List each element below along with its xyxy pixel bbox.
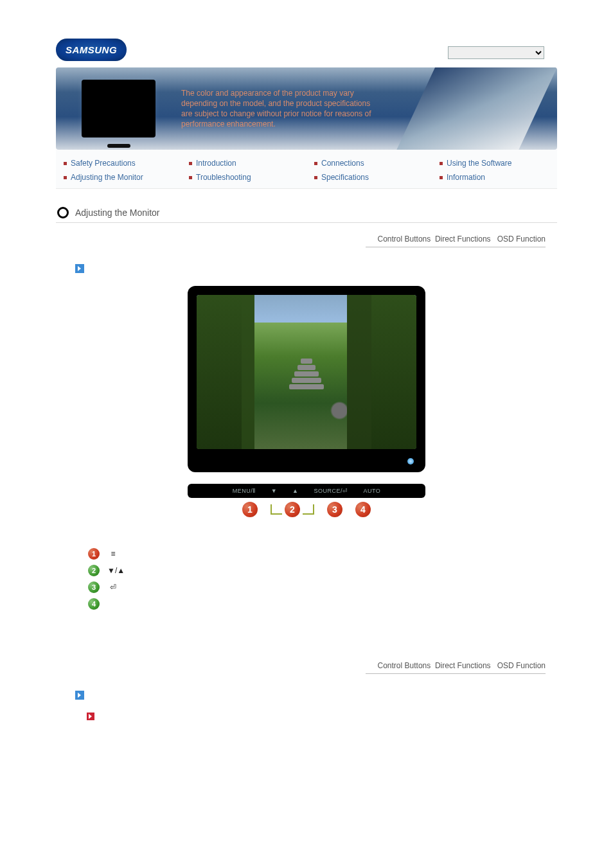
callout-1-icon: 1	[242, 502, 258, 517]
strip-label-down: ▼	[271, 488, 277, 494]
pagoda-graphic	[289, 357, 324, 402]
bullet-icon	[440, 162, 443, 165]
hero-swoosh-graphic	[396, 67, 557, 150]
bullet-icon	[64, 162, 67, 165]
callout-4-icon: 4	[355, 502, 371, 517]
legend-1-badge: 1	[88, 548, 100, 560]
bullet-icon	[314, 176, 317, 179]
section-title: Adjusting the Monitor	[56, 204, 557, 223]
menu-icon: ≡	[107, 549, 119, 558]
bullet-icon	[64, 176, 67, 179]
nav-label: Adjusting the Monitor	[71, 173, 143, 182]
legend-row-2: 2 ▼/▲	[88, 565, 557, 576]
nav-label: Connections	[321, 159, 364, 168]
monitor-screen-image	[197, 295, 416, 449]
tab-direct-functions[interactable]: Direct Functions	[435, 661, 491, 670]
nav-label: Specifications	[321, 173, 369, 182]
nav-information[interactable]: Information	[432, 172, 557, 183]
nav-safety-precautions[interactable]: Safety Precautions	[56, 157, 181, 169]
brand-logo: SAMSUNG	[56, 39, 127, 61]
legend-3-badge: 3	[88, 581, 100, 593]
button-strip-numbers: 1 2 3 4	[188, 498, 425, 517]
control-buttons-header	[75, 264, 557, 273]
nav-adjusting-monitor[interactable]: Adjusting the Monitor	[56, 172, 181, 183]
main-nav: Safety Precautions Introduction Connecti…	[56, 150, 557, 189]
nav-troubleshooting[interactable]: Troubleshooting	[181, 172, 306, 183]
legend-4-badge: 4	[88, 598, 100, 610]
hero-banner: The color and appearance of the product …	[56, 67, 557, 150]
button-strip-labels: MENU/Ⅱ ▼ ▲ SOURCE/⏎ AUTO	[188, 484, 425, 498]
nav-label: Troubleshooting	[196, 173, 251, 182]
direct-functions-header	[75, 691, 557, 700]
nav-specifications[interactable]: Specifications	[306, 172, 432, 183]
updown-icon: ▼/▲	[107, 566, 125, 575]
nav-label: Safety Precautions	[71, 159, 136, 168]
strip-label-up: ▲	[292, 488, 298, 494]
arrow-right-red-icon	[87, 713, 94, 720]
nav-label: Using the Software	[447, 159, 511, 168]
legend-2-badge: 2	[88, 565, 100, 576]
nav-connections[interactable]: Connections	[306, 157, 432, 169]
callout-2-bracket: 2	[271, 502, 314, 517]
circle-icon	[57, 207, 69, 218]
bracket-left-icon	[271, 504, 282, 515]
nav-label: Introduction	[196, 159, 236, 168]
hero-notice-text: The color and appearance of the product …	[181, 88, 374, 130]
nav-introduction[interactable]: Introduction	[181, 157, 306, 169]
section-title-text: Adjusting the Monitor	[75, 208, 160, 218]
hero-monitor-image	[82, 80, 155, 137]
monitor-figure	[188, 286, 425, 472]
strip-label-menu: MENU/Ⅱ	[233, 488, 256, 494]
nav-using-software[interactable]: Using the Software	[432, 157, 557, 169]
legend-row-3: 3 ⏎	[88, 581, 557, 593]
tab-osd-function[interactable]: OSD Function	[497, 235, 546, 244]
callout-2-icon: 2	[285, 502, 300, 517]
sub-tabs-bottom: Control Buttons Direct Functions OSD Fun…	[366, 661, 546, 674]
arrow-right-icon	[75, 691, 84, 700]
strip-label-source: SOURCE/⏎	[314, 488, 348, 494]
tab-osd-function[interactable]: OSD Function	[497, 661, 546, 670]
tab-control-buttons[interactable]: Control Buttons	[378, 661, 431, 670]
bullet-icon	[440, 176, 443, 179]
bullet-icon	[189, 176, 192, 179]
arrow-right-icon	[75, 264, 84, 273]
monitor-bezel	[188, 286, 425, 472]
model-select[interactable]	[448, 46, 544, 59]
power-led-icon	[407, 458, 414, 465]
callout-legend: 1 ≡ 2 ▼/▲ 3 ⏎ 4	[88, 548, 557, 610]
strip-label-auto: AUTO	[364, 488, 381, 494]
bracket-right-icon	[303, 504, 314, 515]
tab-direct-functions[interactable]: Direct Functions	[435, 235, 491, 244]
tab-control-buttons[interactable]: Control Buttons	[378, 235, 431, 244]
button-strip: MENU/Ⅱ ▼ ▲ SOURCE/⏎ AUTO 1 2 3 4	[188, 484, 425, 517]
nav-label: Information	[447, 173, 485, 182]
legend-row-4: 4	[88, 598, 557, 610]
enter-icon: ⏎	[107, 583, 119, 592]
legend-row-1: 1 ≡	[88, 548, 557, 560]
auto-subheader	[87, 713, 557, 720]
sub-tabs: Control Buttons Direct Functions OSD Fun…	[366, 235, 546, 247]
bullet-icon	[189, 162, 192, 165]
bullet-icon	[314, 162, 317, 165]
callout-3-icon: 3	[327, 502, 342, 517]
